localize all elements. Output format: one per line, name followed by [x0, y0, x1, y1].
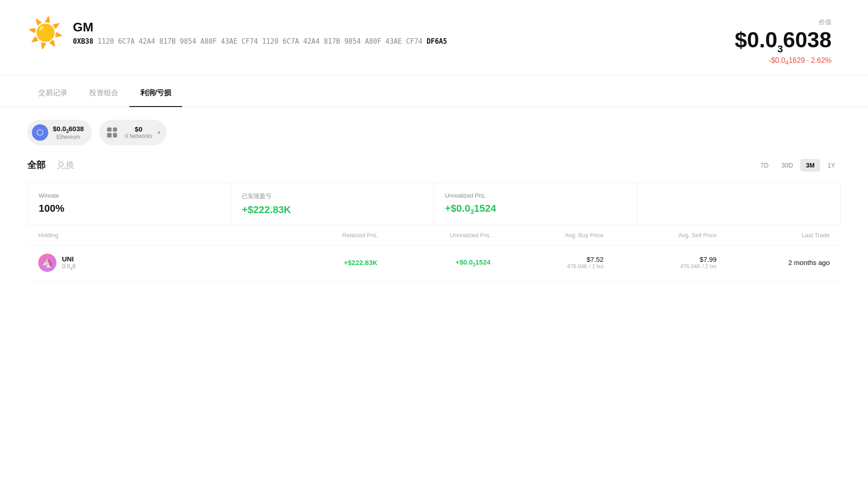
sub-nav-swap[interactable]: 兑换: [56, 159, 75, 171]
token-info: UNI 0.046: [62, 255, 76, 271]
winrate-value: 100%: [39, 203, 220, 214]
network-grid-icon: [104, 124, 120, 141]
row-avg-buy: $7.52 476.04K / 1 txs: [490, 255, 603, 270]
address-middle: 1120 6C7A 42A4 817B 9854 A80F 43AE CF74: [97, 37, 258, 46]
ethereum-filter-button[interactable]: ⬡ $0.036038 Ethereum: [27, 120, 92, 145]
header-left: ☀️ GM 0XB38 1120 6C7A 42A4 817B 9854 A80…: [27, 18, 447, 47]
row-avg-sell: $7.99 476.04K / 2 txs: [603, 255, 716, 270]
token-name-gm: GM: [73, 20, 447, 35]
time-1y[interactable]: 1Y: [822, 159, 841, 172]
eth-filter-text: $0.036038 Ethereum: [53, 125, 84, 140]
token-price: $0.036038: [735, 28, 832, 55]
table-row: 🦄 UNI 0.046 +$222.83K +$0.031524 $7.52 4…: [27, 245, 841, 280]
tab-transactions[interactable]: 交易记录: [27, 80, 78, 107]
network-price: $0: [125, 125, 152, 133]
address-prefix: 0XB38: [73, 37, 93, 46]
stats-row: Winrate 100% 已实现盈亏 +$222.83K Unrealized …: [27, 183, 841, 225]
network-filter-text: $0 0 Networks: [125, 125, 152, 139]
row-realized-pnl: +$222.83K: [265, 259, 378, 266]
header: ☀️ GM 0XB38 1120 6C7A 42A4 817B 9854 A80…: [0, 0, 868, 76]
eth-label: Ethereum: [53, 134, 84, 140]
time-3m[interactable]: 3M: [800, 159, 820, 172]
filter-row: ⬡ $0.036038 Ethereum $0 0 Networks ▾: [0, 107, 868, 154]
address-middle-text: 1120 6C7A 42A4 817B 9854 A80F 43AE CF74: [262, 37, 426, 46]
sub-nav-left: 全部 兑换: [27, 159, 75, 171]
value-label: 价值: [735, 18, 832, 26]
network-filter-button[interactable]: $0 0 Networks ▾: [99, 120, 167, 145]
unrealized-pnl-label: Unrealized PnL: [445, 192, 626, 199]
time-30d[interactable]: 30D: [776, 159, 799, 172]
tab-portfolio[interactable]: 投资组合: [78, 80, 129, 107]
winrate-label: Winrate: [39, 192, 220, 199]
row-last-trade: 2 months ago: [717, 259, 830, 266]
avg-buy-price: $7.52: [587, 255, 604, 263]
sun-icon: ☀️: [27, 18, 64, 47]
content-section: 全部 兑换 7D 30D 3M 1Y Winrate 100% 已实现盈亏 +$…: [0, 154, 868, 280]
stat-winrate: Winrate 100%: [28, 183, 231, 225]
stat-empty: [637, 183, 840, 225]
token-icon-uni: 🦄: [38, 254, 56, 272]
time-7d[interactable]: 7D: [755, 159, 774, 172]
unrealized-pnl-value: +$0.031524: [445, 203, 626, 215]
network-label: 0 Networks: [125, 133, 152, 139]
row-unrealized-pnl: +$0.031524: [378, 258, 490, 267]
token-address: 0XB38 1120 6C7A 42A4 817B 9854 A80F 43AE…: [73, 37, 447, 46]
sub-nav-all[interactable]: 全部: [27, 159, 46, 171]
tab-pnl[interactable]: 利润/亏损: [129, 80, 182, 107]
time-filter-group: 7D 30D 3M 1Y: [755, 159, 841, 172]
table-header: Holding Realized PnL Unrealized PnL Avg.…: [27, 225, 841, 245]
avg-sell-sub: 476.04K / 2 txs: [680, 263, 717, 270]
stat-realized-pnl: 已实现盈亏 +$222.83K: [231, 183, 434, 225]
th-last-trade: Last Trade: [717, 232, 830, 239]
realized-pnl-value: +$222.83K: [242, 204, 423, 216]
price-change: -$0.041629 · 2.62%: [735, 56, 832, 66]
page: ☀️ GM 0XB38 1120 6C7A 42A4 817B 9854 A80…: [0, 0, 868, 479]
avg-buy-sub: 476.04K / 1 txs: [567, 263, 603, 270]
stat-unrealized-pnl: Unrealized PnL +$0.031524: [434, 183, 637, 225]
th-unrealized-pnl: Unrealized PnL: [378, 232, 490, 239]
th-avg-buy: Avg. Buy Price: [490, 232, 603, 239]
address-end: DF6A5: [427, 37, 447, 46]
header-right: 价值 $0.036038 -$0.041629 · 2.62%: [735, 18, 832, 66]
avg-sell-price: $7.99: [700, 255, 717, 263]
tab-bar: 交易记录 投资组合 利润/亏损: [0, 80, 868, 107]
th-realized-pnl: Realized PnL: [265, 232, 378, 239]
token-cell: 🦄 UNI 0.046: [38, 254, 265, 272]
th-avg-sell: Avg. Sell Price: [603, 232, 716, 239]
header-title-block: GM 0XB38 1120 6C7A 42A4 817B 9854 A80F 4…: [73, 20, 447, 46]
chevron-down-icon: ▾: [158, 129, 160, 136]
eth-icon: ⬡: [32, 124, 48, 141]
sub-nav: 全部 兑换 7D 30D 3M 1Y: [27, 159, 841, 172]
th-holding: Holding: [38, 232, 265, 239]
eth-price-display: $0.036038: [53, 125, 84, 134]
realized-pnl-label: 已实现盈亏: [242, 192, 423, 200]
token-symbol-uni: UNI: [62, 255, 76, 263]
token-balance-uni: 0.046: [62, 263, 76, 271]
